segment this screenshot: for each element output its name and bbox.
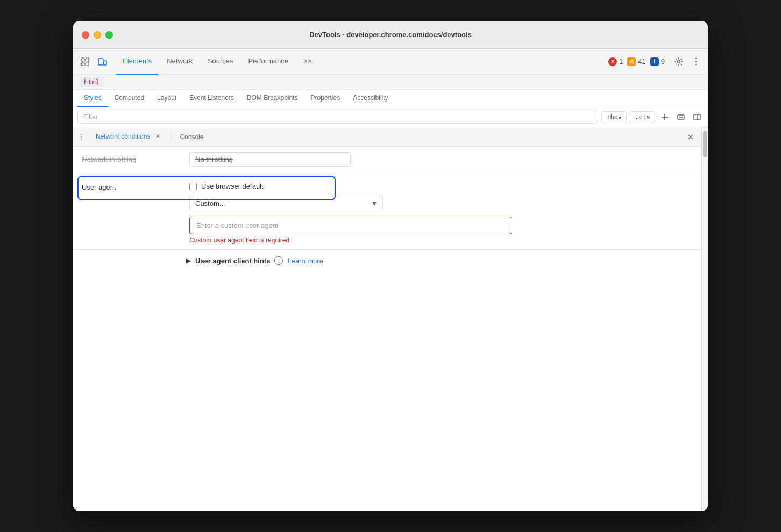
traffic-lights [82,31,113,39]
filter-bar: :hov .cls [73,107,708,127]
throttling-label: Network throttling [82,155,189,163]
tab-accessibility[interactable]: Accessibility [346,90,394,107]
user-agent-select-wrapper: Custom... Chrome — Android Safari — iPho… [189,196,383,211]
maximize-button[interactable] [105,31,113,39]
inspect-icon[interactable] [77,54,93,69]
tab-divider [171,132,171,142]
hov-button[interactable]: :hov [601,111,627,123]
cls-button[interactable]: .cls [630,111,655,123]
tab-computed[interactable]: Computed [108,90,151,107]
main-toolbar: Elements Network Sources Performance >> … [73,49,708,75]
info-icon: i [650,57,659,66]
info-badge[interactable]: i 9 [650,57,665,66]
warning-count: 41 [638,57,645,66]
more-options-icon[interactable]: ⋮ [688,54,704,69]
svg-rect-5 [104,61,106,65]
toolbar-icons [77,54,110,69]
tab-elements[interactable]: Elements [116,49,158,75]
svg-rect-2 [81,62,84,66]
filter-input[interactable] [77,111,597,124]
tab-layout[interactable]: Layout [151,90,183,107]
info-count: 9 [661,57,665,66]
triangle-icon[interactable]: ▶ [186,257,191,264]
title-bar: DevTools - developer.chrome.com/docs/dev… [73,21,708,49]
element-style-icon[interactable] [674,111,687,124]
throttling-label-text: Network throttling [82,155,136,163]
custom-input-row: Custom user agent field is required [189,217,693,244]
throttling-value[interactable]: No throttling [189,152,351,167]
inner-content: ⋮ Network conditions ✕ Console ✕ N [73,127,701,511]
client-hints-label: User agent client hints [195,257,270,265]
error-icon: ✕ [608,57,617,66]
tab-network[interactable]: Network [160,49,199,75]
warning-icon: ⚠ [627,57,636,66]
sidebar-toggle-icon[interactable] [691,111,704,124]
tab-more[interactable]: >> [297,49,318,75]
user-agent-row: User agent Use browser default [73,172,701,250]
minimize-button[interactable] [94,31,101,39]
tab-console[interactable]: Console [173,127,210,147]
close-network-conditions[interactable]: ✕ [153,132,162,141]
drag-handle[interactable]: ⋮ [77,133,85,141]
tab-performance[interactable]: Performance [242,49,295,75]
tab-sources[interactable]: Sources [201,49,240,75]
use-browser-default-label[interactable]: Use browser default [201,182,264,190]
content-area: ⋮ Network conditions ✕ Console ✕ N [73,127,708,511]
filter-actions: :hov .cls [601,111,704,124]
tab-network-conditions[interactable]: Network conditions ✕ [89,127,168,147]
user-agent-controls: Use browser default Custom... Chrome — A… [189,178,693,244]
error-count: 1 [619,57,623,66]
scrollbar[interactable] [701,127,708,511]
use-browser-default-checkbox[interactable] [189,183,197,190]
client-hints-row: ▶ User agent client hints i Learn more [73,250,701,271]
svg-rect-11 [694,114,700,120]
tab-dom-breakpoints[interactable]: DOM Breakpoints [240,90,304,107]
user-agent-label: User agent [82,178,189,191]
styles-tabs: Styles Computed Layout Event Listeners D… [73,90,708,107]
svg-rect-4 [98,59,103,65]
add-style-icon[interactable] [658,111,671,124]
browser-window: DevTools - developer.chrome.com/docs/dev… [73,21,708,511]
close-drawer-button[interactable]: ✕ [684,131,697,143]
user-agent-select[interactable]: Custom... Chrome — Android Safari — iPho… [189,196,383,211]
tab-properties[interactable]: Properties [304,90,347,107]
network-conditions-label: Network conditions [96,133,150,140]
device-toggle-icon[interactable] [95,54,110,69]
svg-rect-0 [81,58,84,61]
custom-user-agent-input[interactable] [189,217,512,234]
svg-rect-3 [86,62,89,66]
dropdown-row: Custom... Chrome — Android Safari — iPho… [189,196,693,211]
breadcrumb-html[interactable]: html [80,77,104,87]
tab-styles[interactable]: Styles [77,90,108,107]
warning-badge[interactable]: ⚠ 41 [627,57,645,66]
network-conditions-panel: Network throttling No throttling User ag… [73,147,701,511]
learn-more-link[interactable]: Learn more [287,257,323,265]
tab-event-listeners[interactable]: Event Listeners [183,90,240,107]
breadcrumb-bar: html [73,75,708,90]
checkbox-row: Use browser default [189,178,693,190]
settings-icon[interactable] [671,54,686,69]
close-button[interactable] [82,31,89,39]
throttling-content: No throttling [189,152,693,167]
error-badge[interactable]: ✕ 1 [608,57,623,66]
panel-tab-bar: ⋮ Network conditions ✕ Console ✕ [73,127,701,147]
info-icon[interactable]: i [274,256,283,265]
devtools-panel: Elements Network Sources Performance >> … [73,49,708,511]
throttling-row: Network throttling No throttling [73,147,701,172]
scrollbar-thumb[interactable] [703,131,707,157]
badge-group: ✕ 1 ⚠ 41 i 9 [608,57,665,66]
svg-rect-1 [86,58,89,61]
window-title: DevTools - developer.chrome.com/docs/dev… [309,31,472,39]
svg-point-6 [678,60,680,63]
error-message: Custom user agent field is required [189,236,693,244]
